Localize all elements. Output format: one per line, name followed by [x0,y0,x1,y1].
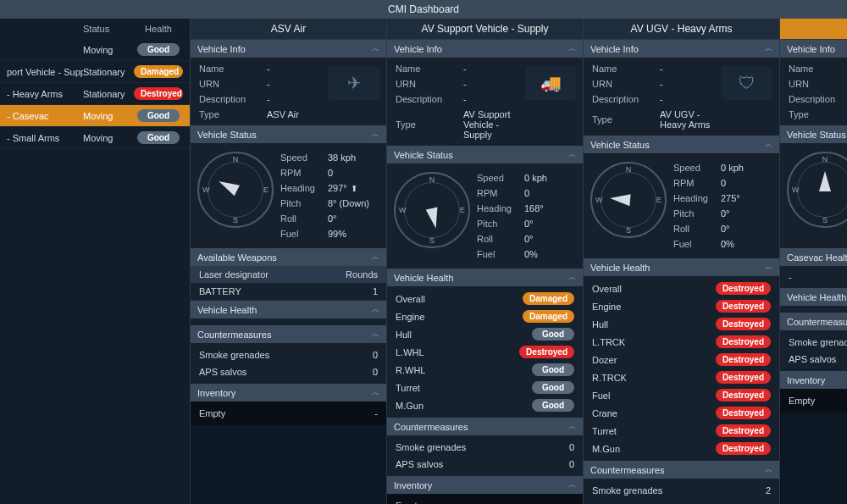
health-badge: Damaged [523,310,574,323]
chevron-up-icon: ︿ [765,139,772,150]
section-header[interactable]: Vehicle Status︿ [191,125,386,143]
health-row: R.WHLGood [387,361,583,379]
chevron-up-icon: ︿ [372,329,379,340]
section-vehicle-status: Vehicle Status︿ NSEW Speed0 kph RPM0 Hea… [387,146,583,269]
panel-title[interactable]: ASV Air [191,19,386,40]
status-speed: 0 kph [721,163,771,173]
status-fuel: 0% [524,249,574,259]
section-vehicle-status: Vehicle Status︿ NSEW Speed0 kph RPM0 Hea… [584,136,779,258]
panel-title[interactable]: AV UGV - Heavy Arms [584,19,779,40]
section-countermeasures: Countermeasures︿ Smoke grenadesAPS salvo… [780,313,847,371]
vehicle-thumb-icon: 🚚 [525,66,576,100]
status-rpm: 0 [721,178,771,188]
weapon-row[interactable]: BATTERY1 [191,283,386,301]
section-header[interactable]: Available Weapons︿ [191,248,386,266]
health-row: M.GunGood [387,396,583,414]
section-header[interactable]: Countermeasures︿ [387,418,583,435]
section-vehicle-health: Vehicle Health︿ [780,288,847,313]
section-header[interactable]: Vehicle Info︿ [584,40,779,58]
health-badge: Damaged [134,65,183,78]
chevron-up-icon: ︿ [568,479,576,490]
chevron-up-icon: ︿ [765,464,772,475]
chevron-up-icon: ︿ [765,43,772,54]
health-badge: Good [532,363,574,376]
status-fuel: 0% [721,239,771,249]
chevron-up-icon: ︿ [568,421,576,432]
section-countermeasures: Countermeasures︿ Smoke grenades2APS salv… [584,461,779,504]
section-header[interactable]: Countermeasures︿ [584,461,779,479]
info-description: - [267,94,320,104]
sidebar-row-status: Stationary [83,89,134,99]
section-header[interactable]: Vehicle Status︿ [387,146,583,163]
sidebar-row[interactable]: - Small Arms Moving Good [0,127,190,149]
health-badge: Destroyed [716,282,771,295]
section-countermeasures: Countermeasures︿ Smoke grenades0APS salv… [387,418,583,476]
chevron-up-icon: ︿ [568,272,576,283]
health-row: OverallDamaged [387,290,583,307]
chevron-up-icon: ︿ [372,387,379,398]
health-badge: Good [137,43,180,56]
main-layout: Status Health Moving Good port Vehicle -… [0,19,847,504]
panel-title[interactable]: AV Support Vehicle - Supply [387,19,583,40]
status-pitch: 0° [721,208,771,219]
status-heading: 297°⬆ [328,183,378,193]
section-header[interactable]: Vehicle Health︿ [584,258,779,276]
health-badge: Destroyed [716,371,771,384]
section-vehicle-status: Vehicle Status︿ NSEW Speed RPM Heading P… [780,125,847,248]
inventory-row: Empty- [191,405,386,422]
sidebar-row[interactable]: port Vehicle - Supply Stationary Damaged [0,61,190,83]
sidebar-row-name: - Casevac [7,111,83,121]
section-header[interactable]: Vehicle Health︿ [387,269,583,286]
cm-row: APS salvos0 [191,363,386,380]
section-header[interactable]: Inventory︿ [780,371,847,389]
section-vehicle-health: Vehicle Health︿ OverallDestroyedEngineDe… [584,258,779,461]
chevron-up-icon: ︿ [568,43,576,54]
status-pitch: 0° [524,219,574,229]
panel-title[interactable]: AV [780,19,847,40]
health-badge: Good [532,399,574,412]
sidebar-row[interactable]: - Casevac Moving Good [0,105,190,127]
section-header[interactable]: Countermeasures︿ [191,325,386,343]
health-badge: Good [137,109,180,122]
section-header[interactable]: Vehicle Status︿ [780,125,847,143]
info-description: - [660,94,713,104]
health-row: OverallDestroyed [584,280,779,297]
sidebar-row-status: Stationary [83,67,134,77]
section-header[interactable]: Vehicle Info︿ [780,40,847,58]
casevac-row: - [780,269,847,285]
cm-row: APS salvos0 [584,499,779,504]
arrow-up-icon: ⬆ [351,184,357,193]
status-rpm: 0 [524,188,574,198]
health-row: TurretGood [387,379,583,396]
section-header[interactable]: Inventory︿ [191,384,386,402]
section-header[interactable]: Vehicle Health︿ [191,301,386,318]
section-header[interactable]: Countermeasures︿ [780,313,847,330]
sidebar-row[interactable]: - Heavy Arms Stationary Destroyed [0,83,190,105]
section-header[interactable]: Vehicle Health︿ [780,288,847,306]
section-header[interactable]: Inventory︿ [387,476,583,494]
status-rpm: 0 [328,168,378,178]
section-weapons: Available Weapons︿ Laser designatorRound… [191,248,386,301]
health-badge: Good [532,381,574,394]
sidebar-row[interactable]: Moving Good [0,39,190,61]
compass-icon: NSEW [394,172,470,248]
health-badge: Good [137,131,180,144]
section-vehicle-info: Vehicle Info︿ Name- URN- Description- Ty… [780,40,847,125]
health-badge: Destroyed [716,442,771,455]
app-titlebar: CMI Dashboard [0,0,847,19]
section-header[interactable]: Casevac Health︿ [780,248,847,266]
health-badge: Destroyed [716,407,771,419]
section-header[interactable]: Vehicle Status︿ [584,136,779,153]
info-urn: - [267,79,320,89]
section-header[interactable]: Vehicle Info︿ [387,40,583,58]
health-badge: Damaged [523,292,574,305]
health-row: L.WHLDestroyed [387,343,583,361]
vehicle-thumb-icon: ✈ [329,66,379,100]
cm-row: Smoke grenades0 [387,439,583,456]
health-badge: Destroyed [716,300,771,313]
cm-row: APS salvos0 [387,456,583,473]
status-speed: 0 kph [524,173,574,183]
section-header[interactable]: Vehicle Info︿ [191,40,386,58]
section-inventory: Inventory︿ Empty [780,371,847,413]
sidebar-row-status: Moving [83,133,134,143]
